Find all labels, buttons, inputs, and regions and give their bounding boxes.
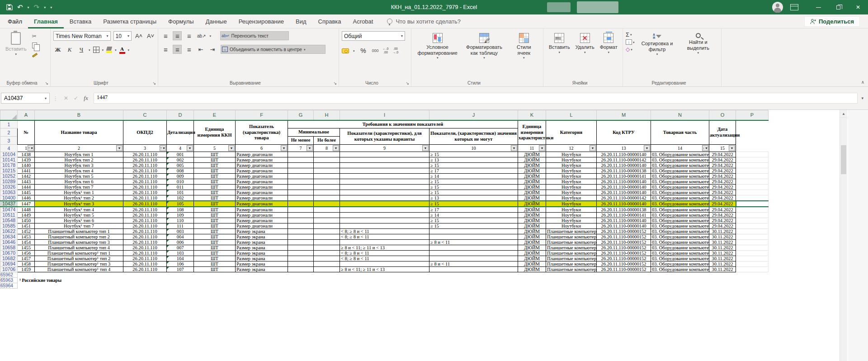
cell-K-10585[interactable]: ДЮЙМ: [518, 223, 546, 229]
cell-F-10585[interactable]: Размер диагонали: [236, 223, 288, 229]
cell-E-10178[interactable]: ШТ: [194, 163, 236, 168]
footnote-cell[interactable]: [18, 283, 167, 289]
header-detail[interactable]: Детализация: [167, 120, 194, 145]
cell-L-10706[interactable]: Планшетные компьютеры: [546, 267, 597, 272]
cell-O-10658[interactable]: 30.11.2022: [709, 245, 736, 251]
header-num[interactable]: №: [18, 120, 35, 145]
cell-F-10104[interactable]: Размер диагонали: [236, 152, 288, 157]
cell-O-10670[interactable]: 30.11.2022: [709, 251, 736, 256]
cell-P-10585[interactable]: [736, 223, 769, 229]
qat-customize-icon[interactable]: ▾: [50, 5, 52, 10]
cell-O-10634[interactable]: 30.11.2022: [709, 234, 736, 240]
cell-K-10289[interactable]: ДЮЙМ: [518, 179, 546, 185]
format-cells-button[interactable]: Формат ▾: [597, 31, 620, 78]
cell-B-10400[interactable]: Ноутбук¹ тип 2: [35, 195, 123, 201]
cell-O-10682[interactable]: 30.11.2022: [709, 256, 736, 261]
cell-G-10400[interactable]: [288, 195, 314, 201]
cell-E-10141[interactable]: ШТ: [194, 157, 236, 163]
cell-A-10178[interactable]: 1440: [18, 163, 35, 168]
cell-J-10215[interactable]: ≥ 17: [429, 168, 518, 174]
cell-G-10634[interactable]: [288, 234, 314, 240]
filter-cell-10[interactable]: 10▼: [429, 145, 518, 152]
column-header-F[interactable]: F: [236, 110, 288, 120]
cell-L-10178[interactable]: Ноутбуки: [546, 163, 597, 168]
filter-cell-13[interactable]: 13▼: [597, 145, 651, 152]
cell-C-10252[interactable]: 26.20.11.110: [123, 174, 167, 179]
tab-file[interactable]: Файл: [2, 14, 28, 28]
footnote-cell[interactable]: [18, 272, 167, 278]
cell-F-10670[interactable]: Размер экрана: [236, 251, 288, 256]
cell-G-10437[interactable]: [288, 201, 314, 207]
cell-N-10215[interactable]: 03. Оборудование компьютерно: [651, 168, 709, 174]
cell-K-10104[interactable]: ДЮЙМ: [518, 152, 546, 157]
row-header[interactable]: 10215: [0, 168, 18, 174]
cell-I-10585[interactable]: [340, 223, 429, 229]
cell-K-10694[interactable]: ДЮЙМ: [518, 261, 546, 267]
cell-I-10141[interactable]: [340, 157, 429, 163]
column-header-P[interactable]: P: [736, 110, 769, 120]
cell-H-10474[interactable]: [314, 207, 340, 213]
empty-cell[interactable]: [167, 283, 769, 289]
cell-G-10585[interactable]: [288, 223, 314, 229]
cell-O-10548[interactable]: 29.04.2022: [709, 218, 736, 223]
row-header[interactable]: 65962: [0, 272, 18, 278]
filter-cell-8[interactable]: 8▼: [314, 145, 340, 152]
cell-L-10548[interactable]: Ноутбуки: [546, 218, 597, 223]
cell-I-10104[interactable]: [340, 152, 429, 157]
cell-H-10682[interactable]: [314, 256, 340, 261]
row-header[interactable]: 10634: [0, 234, 18, 240]
cell-E-10658[interactable]: ШТ: [194, 245, 236, 251]
cell-B-10178[interactable]: Ноутбук тип 3: [35, 163, 123, 168]
cell-J-10252[interactable]: ≥ 14: [429, 174, 518, 179]
cell-P-10437[interactable]: [736, 201, 769, 207]
cell-E-10400[interactable]: ШТ: [194, 195, 236, 201]
cell-A-10706[interactable]: 1459: [18, 267, 35, 272]
cell-K-10474[interactable]: ДЮЙМ: [518, 207, 546, 213]
minimize-button[interactable]: [808, 0, 828, 14]
row-header[interactable]: 10622: [0, 229, 18, 234]
percent-style-icon[interactable]: %: [359, 46, 368, 55]
cell-A-10658[interactable]: 1455: [18, 245, 35, 251]
cell-F-10706[interactable]: Размер экрана: [236, 267, 288, 272]
cell-H-10252[interactable]: [314, 174, 340, 179]
cell-P-10252[interactable]: [736, 174, 769, 179]
cell-O-10178[interactable]: 29.04.2022: [709, 163, 736, 168]
cell-M-10646[interactable]: 26.20.11.110-00000152: [597, 240, 651, 245]
cell-M-10437[interactable]: 26.20.11.110-00000140: [597, 201, 651, 207]
cell-B-10252[interactable]: Ноутбук тип 5: [35, 174, 123, 179]
cell-B-10474[interactable]: Ноутбук¹ тип 4: [35, 207, 123, 213]
filter-dropdown-icon[interactable]: ▼: [187, 145, 193, 151]
tab-7[interactable]: Справка: [312, 14, 347, 28]
row-header[interactable]: 10682: [0, 256, 18, 261]
cell-M-10622[interactable]: 26.20.11.110-00000152: [597, 229, 651, 234]
cell-P-10474[interactable]: [736, 207, 769, 213]
number-dialog-launcher-icon[interactable]: ↘: [406, 81, 409, 86]
cell-C-10585[interactable]: 26.20.11.110: [123, 223, 167, 229]
cell-B-10548[interactable]: Ноутбук¹ тип 6: [35, 218, 123, 223]
filter-cell-5[interactable]: 5▼: [194, 145, 236, 152]
cell-C-10400[interactable]: 26.20.11.110: [123, 195, 167, 201]
cell-A-10400[interactable]: 1446: [18, 195, 35, 201]
cell-D-10694[interactable]: 106: [167, 261, 194, 267]
cell-D-10706[interactable]: 107: [167, 267, 194, 272]
cell-P-10694[interactable]: [736, 261, 769, 267]
tab-5[interactable]: Рецензирование: [233, 14, 290, 28]
cell-P-10363[interactable]: [736, 190, 769, 195]
cell-A-10474[interactable]: 1448: [18, 207, 35, 213]
column-header-M[interactable]: M: [597, 110, 651, 120]
alignment-dialog-launcher-icon[interactable]: ↘: [333, 81, 337, 86]
cell-P-10400[interactable]: [736, 195, 769, 201]
cell-C-10634[interactable]: 26.20.11.110: [123, 234, 167, 240]
column-header-N[interactable]: N: [651, 110, 709, 120]
cell-M-10141[interactable]: 26.20.11.110-00000142: [597, 157, 651, 163]
cell-J-10363[interactable]: ≥ 15: [429, 190, 518, 195]
cell-F-10437[interactable]: Размер диагонали: [236, 201, 288, 207]
cell-I-10474[interactable]: [340, 207, 429, 213]
row-header[interactable]: 10474: [0, 207, 18, 213]
cell-C-10326[interactable]: 26.20.11.110: [123, 185, 167, 190]
filter-dropdown-icon[interactable]: ↑▼: [28, 145, 34, 151]
filter-dropdown-icon[interactable]: ▼: [539, 145, 545, 151]
cell-F-10400[interactable]: Размер диагонали: [236, 195, 288, 201]
cell-C-10706[interactable]: 26.20.11.110: [123, 267, 167, 272]
cell-H-10437[interactable]: [314, 201, 340, 207]
